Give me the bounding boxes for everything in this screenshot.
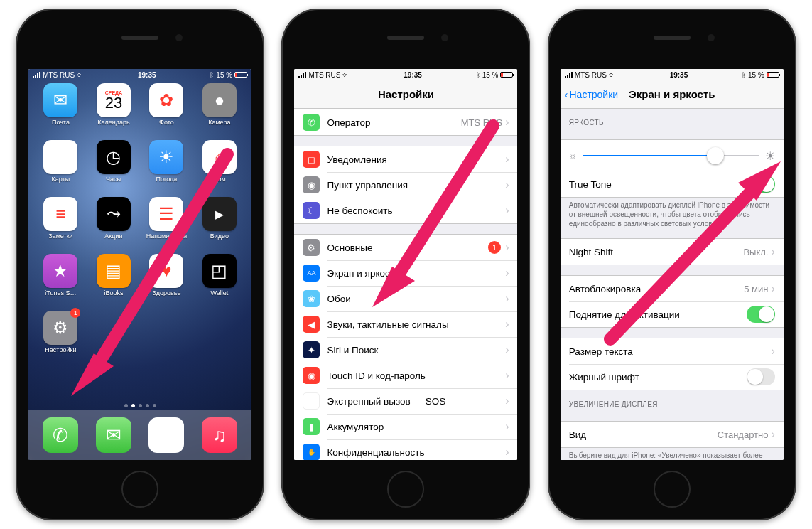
- settings-list[interactable]: ✆ОператорMTS RUS›◻Уведомления›◉Пункт упр…: [294, 109, 517, 460]
- app-icon: ●: [202, 83, 237, 117]
- chevron-right-icon: ›: [505, 292, 509, 305]
- settings-screen: MTS RUSᯤ 19:35 ᛒ15 % Настройки ✆Оператор…: [294, 69, 517, 460]
- app-Настройки[interactable]: ⚙1Настройки: [34, 311, 87, 366]
- settings-row-Основные[interactable]: ⚙Основные1›: [294, 235, 517, 260]
- app-label: Напоминания: [146, 233, 187, 240]
- row-icon: ◉: [303, 176, 320, 193]
- app-Почта[interactable]: ✉Почта: [34, 83, 87, 139]
- dock-music[interactable]: ♫: [202, 417, 237, 453]
- status-bar: MTS RUSᯤ 19:35 ᛒ15 %: [28, 69, 251, 80]
- row-icon: AA: [303, 264, 320, 282]
- chevron-left-icon: ‹: [565, 89, 568, 100]
- app-Погода[interactable]: ☀Погода: [140, 140, 193, 196]
- app-Календарь[interactable]: СРЕДА23Календарь: [87, 83, 141, 139]
- chevron-right-icon: ›: [505, 420, 509, 433]
- raise-to-wake-toggle[interactable]: [747, 306, 775, 323]
- app-label: Карты: [52, 176, 70, 183]
- row-label: Touch ID и код-пароль: [327, 370, 505, 381]
- view-row[interactable]: Вид Стандартно ›: [561, 422, 784, 447]
- settings-row-Пункт управления[interactable]: ◉Пункт управления›: [294, 172, 517, 198]
- row-icon: ✆: [303, 114, 320, 131]
- app-Часы[interactable]: ◷Часы: [87, 140, 141, 196]
- settings-row-Аккумулятор[interactable]: ▮Аккумулятор›: [294, 414, 517, 439]
- app-grid: ✉ПочтаСРЕДА23Календарь✿Фото●Камера➤Карты…: [28, 80, 251, 401]
- chevron-right-icon: ›: [505, 116, 509, 129]
- dock-phone[interactable]: ✆: [43, 417, 78, 453]
- dock-safari[interactable]: ◎: [148, 417, 184, 453]
- settings-row-Звуки, тактильные сигналы[interactable]: ◀Звуки, тактильные сигналы›: [294, 311, 517, 337]
- wifi-icon: ᯤ: [342, 71, 350, 79]
- settings-row-Уведомления[interactable]: ◻Уведомления›: [294, 146, 517, 172]
- battery-icon: [500, 72, 513, 78]
- bold-text-toggle[interactable]: [747, 368, 775, 385]
- chevron-right-icon: ›: [505, 318, 509, 331]
- settings-row-Touch ID и код-пароль[interactable]: ◉Touch ID и код-пароль›: [294, 363, 517, 388]
- brightness-slider[interactable]: [583, 155, 759, 156]
- app-label: Часы: [106, 176, 121, 183]
- settings-row-Оператор[interactable]: ✆ОператорMTS RUS›: [294, 109, 517, 135]
- app-Акции[interactable]: ⤳Акции: [87, 197, 141, 252]
- settings-row-Экстренный вызов — SOS[interactable]: SOSЭкстренный вызов — SOS›: [294, 388, 517, 414]
- bold-text-row: Жирный шрифт: [561, 364, 784, 390]
- row-icon: ✋: [303, 444, 320, 460]
- row-value: MTS RUS: [461, 117, 503, 128]
- settings-row-Обои[interactable]: ❀Обои›: [294, 286, 517, 311]
- app-label: iBooks: [104, 289, 123, 296]
- app-Здоровье[interactable]: ♥Здоровье: [140, 254, 193, 309]
- battery-icon: [234, 72, 247, 78]
- back-button[interactable]: ‹Настройки: [565, 89, 618, 100]
- auto-lock-row[interactable]: Автоблокировка 5 мин ›: [561, 276, 784, 301]
- row-label: Основные: [327, 242, 488, 253]
- row-label: Звуки, тактильные сигналы: [327, 319, 505, 330]
- app-Напоминания[interactable]: ☰Напоминания: [140, 197, 193, 252]
- app-label: Здоровье: [152, 289, 180, 296]
- app-label: Настройки: [45, 346, 76, 353]
- status-time: 19:35: [138, 71, 156, 79]
- page-indicator[interactable]: [28, 401, 251, 410]
- phone-frame-2: MTS RUSᯤ 19:35 ᛒ15 % Настройки ✆Оператор…: [281, 9, 530, 520]
- app-iTunes S…[interactable]: ★iTunes S…: [34, 254, 87, 309]
- chevron-right-icon: ›: [771, 245, 774, 258]
- row-label: Оператор: [327, 117, 460, 128]
- settings-row-Siri и Поиск[interactable]: ✦Siri и Поиск›: [294, 337, 517, 363]
- app-iBooks[interactable]: ▤iBooks: [87, 254, 141, 309]
- settings-row-Экран и яркость[interactable]: AAЭкран и яркость›: [294, 260, 517, 286]
- home-button[interactable]: [387, 471, 424, 508]
- section-header: ЯРКОСТЬ: [561, 109, 784, 129]
- app-label: Заметки: [48, 233, 72, 240]
- display-settings-screen: MTS RUSᯤ 19:35 ᛒ15 % ‹Настройки Экран и …: [561, 69, 784, 460]
- app-Wallet[interactable]: ◰Wallet: [193, 254, 247, 309]
- app-Видео[interactable]: ▸Видео: [193, 197, 247, 252]
- home-screen: MTS RUSᯤ 19:35 ᛒ15 % ✉ПочтаСРЕДА23Календ…: [28, 69, 251, 460]
- app-Карты[interactable]: ➤Карты: [34, 140, 87, 196]
- night-shift-row[interactable]: Night Shift Выкл. ›: [561, 239, 784, 264]
- home-button[interactable]: [654, 471, 691, 508]
- app-icon: ⚙1: [43, 311, 77, 345]
- badge: 1: [488, 241, 501, 254]
- dock-messages[interactable]: ✉: [96, 417, 131, 453]
- chevron-right-icon: ›: [505, 446, 509, 459]
- chevron-right-icon: ›: [505, 153, 509, 166]
- app-Дом[interactable]: ⌂Дом: [193, 140, 247, 196]
- chevron-right-icon: ›: [771, 345, 774, 358]
- app-icon: ✿: [149, 83, 183, 117]
- true-tone-toggle[interactable]: [747, 176, 775, 193]
- brightness-high-icon: ☀: [765, 149, 775, 163]
- settings-row-Конфиденциальность[interactable]: ✋Конфиденциальность›: [294, 439, 517, 460]
- wifi-icon: ᯤ: [77, 71, 84, 79]
- nav-bar: ‹Настройки Экран и яркость: [561, 80, 784, 109]
- chevron-right-icon: ›: [505, 343, 509, 356]
- app-Фото[interactable]: ✿Фото: [140, 83, 193, 139]
- home-button[interactable]: [121, 471, 158, 508]
- app-Камера[interactable]: ●Камера: [193, 83, 247, 139]
- app-label: Камера: [208, 119, 230, 126]
- app-icon: ▤: [97, 254, 131, 288]
- row-label: Аккумулятор: [327, 422, 505, 432]
- app-Заметки[interactable]: ≡Заметки: [34, 197, 87, 252]
- app-icon: ♥: [149, 254, 183, 288]
- text-size-row[interactable]: Размер текста ›: [561, 338, 784, 364]
- status-bar: MTS RUSᯤ 19:35 ᛒ15 %: [294, 69, 517, 80]
- settings-row-Не беспокоить[interactable]: ☾Не беспокоить›: [294, 198, 517, 223]
- app-label: Wallet: [211, 289, 229, 296]
- true-tone-row: True Tone: [561, 171, 784, 197]
